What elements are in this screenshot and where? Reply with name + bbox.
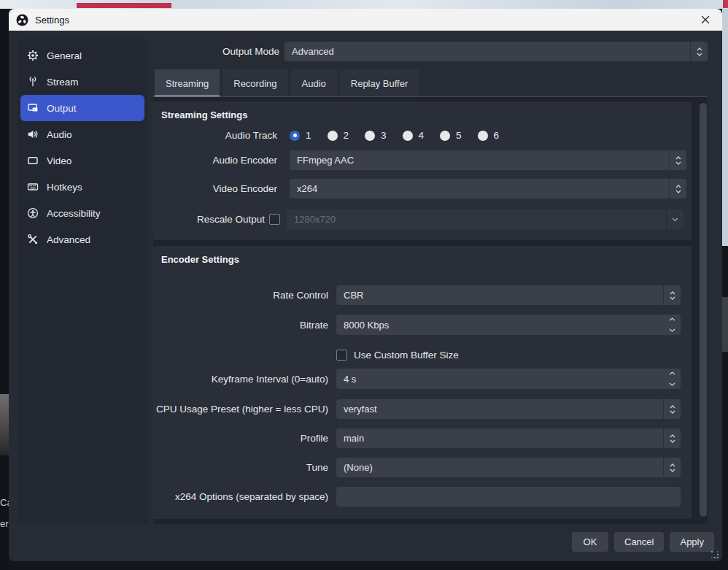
output-mode-select[interactable]: Advanced [284,42,708,61]
tab-replay-buffer[interactable]: Replay Buffer [340,69,419,97]
chevron-up-icon [669,371,675,375]
video-display-icon [27,155,39,166]
sidebar-item-accessibility[interactable]: Accessibility [20,200,144,226]
dialog-footer: OK Cancel Apply [572,532,714,552]
stepper-buttons[interactable] [663,369,681,389]
sidebar-item-label: Output [47,103,77,114]
background-sky-fragment [722,9,728,246]
radio-label: 3 [381,130,387,141]
background-photo-fragment [0,394,9,455]
cpu-usage-preset-select[interactable]: veryfast [336,399,681,419]
tab-streaming[interactable]: Streaming [155,69,220,97]
background-photo-fragment [722,297,728,352]
keyframe-interval-stepper[interactable]: 4 s [336,369,681,389]
rescale-resolution-select[interactable]: 1280x720 [287,209,684,229]
sidebar-item-general[interactable]: General [20,42,144,69]
profile-label: Profile [153,433,328,444]
tune-row: Tune (None) [153,458,692,477]
video-encoder-row: Video Encoder x264 [153,179,692,199]
ok-button[interactable]: OK [572,532,608,552]
bitrate-stepper[interactable]: 8000 Kbps [336,315,681,335]
radio-label: 4 [419,130,425,141]
rescale-output-checkbox[interactable] [269,214,280,225]
spinner-buttons[interactable] [663,458,681,477]
close-icon [701,15,710,24]
keyframe-interval-row: Keyframe Interval (0=auto) 4 s [153,369,692,389]
sidebar-item-audio[interactable]: Audio [20,121,144,147]
output-mode-value: Advanced [284,42,690,61]
tab-recording[interactable]: Recording [222,69,287,97]
bitrate-row: Bitrate 8000 Kbps [153,315,692,335]
audio-encoder-select[interactable]: FFmpeg AAC [290,150,686,170]
profile-select[interactable]: main [336,428,681,448]
spinner-buttons[interactable] [666,209,684,229]
audio-track-radio-group: 1 2 3 4 5 6 [290,130,686,141]
output-mode-label: Output Mode [133,46,279,57]
title-bar[interactable]: Settings [9,9,722,31]
tune-select[interactable]: (None) [336,458,681,477]
hotkeys-keyboard-icon [27,181,39,193]
tab-label: Replay Buffer [351,78,408,89]
audio-track-radio-3[interactable] [365,131,375,141]
tab-label: Recording [233,78,276,89]
spinner-buttons[interactable] [663,285,681,305]
audio-track-radio-1[interactable] [290,131,300,141]
stepper-buttons[interactable] [663,315,681,335]
sidebar-item-label: Video [47,155,71,166]
chevron-down-icon [670,439,675,443]
cancel-button[interactable]: Cancel [614,532,664,552]
radio-label: 6 [494,130,500,141]
chevron-down-icon [672,217,678,222]
rate-control-select[interactable]: CBR [336,285,681,305]
background-text-fragment: er [0,519,9,529]
audio-track-radio-2[interactable] [328,131,338,141]
sidebar-item-video[interactable]: Video [20,147,144,174]
chevron-down-icon [670,296,675,300]
audio-encoder-value: FFmpeg AAC [290,150,669,170]
chevron-up-icon [669,317,675,321]
profile-value: main [336,428,663,448]
audio-track-radio-6[interactable] [478,131,488,141]
video-encoder-select[interactable]: x264 [290,179,686,199]
sidebar-item-stream[interactable]: Stream [20,69,144,95]
stream-antenna-icon [27,76,39,88]
chevron-up-icon [670,405,675,409]
audio-track-radio-4[interactable] [403,131,413,141]
keyframe-interval-label: Keyframe Interval (0=auto) [153,374,328,385]
tune-value: (None) [336,458,663,477]
desktop-left-strip [0,9,9,570]
spinner-buttons[interactable] [669,150,686,170]
spinner-buttons[interactable] [690,42,708,61]
spinner-buttons[interactable] [669,179,686,199]
chevron-down-icon [669,328,675,332]
output-tabs: Streaming Recording Audio Replay Buffer [155,69,419,97]
sidebar-item-advanced[interactable]: Advanced [20,226,144,253]
spinner-buttons[interactable] [663,399,681,419]
audio-track-radio-5[interactable] [440,131,450,141]
tab-audio[interactable]: Audio [291,69,337,97]
streaming-settings-card: Streaming Settings Audio Track 1 2 3 4 5… [153,101,692,240]
sidebar-item-hotkeys[interactable]: Hotkeys [20,174,144,200]
accessibility-icon [27,207,39,219]
chevron-down-icon [670,410,675,414]
x264-options-input[interactable] [336,487,681,507]
section-title: Encoder Settings [161,254,239,265]
resize-grip[interactable] [711,551,720,560]
use-custom-buffer-label: Use Custom Buffer Size [354,350,459,361]
sidebar-item-label: Advanced [47,234,90,245]
radio-label: 2 [344,130,349,141]
encoder-settings-card: Encoder Settings Rate Control CBR Bitrat… [153,246,692,519]
use-custom-buffer-checkbox[interactable] [336,350,347,361]
audio-encoder-label: Audio Encoder [153,155,277,166]
chevron-down-icon [675,161,681,165]
spinner-buttons[interactable] [663,428,681,448]
audio-track-label: Audio Track [153,130,277,141]
vertical-scrollbar-thumb[interactable] [700,103,707,517]
rescale-resolution-value: 1280x720 [287,209,666,229]
close-button[interactable] [697,12,713,28]
obs-logo-icon [16,14,28,26]
sidebar-item-label: General [47,50,82,61]
custom-buffer-row: Use Custom Buffer Size [153,345,692,365]
sidebar-item-output[interactable]: Output [20,95,144,121]
apply-button[interactable]: Apply [670,532,714,552]
